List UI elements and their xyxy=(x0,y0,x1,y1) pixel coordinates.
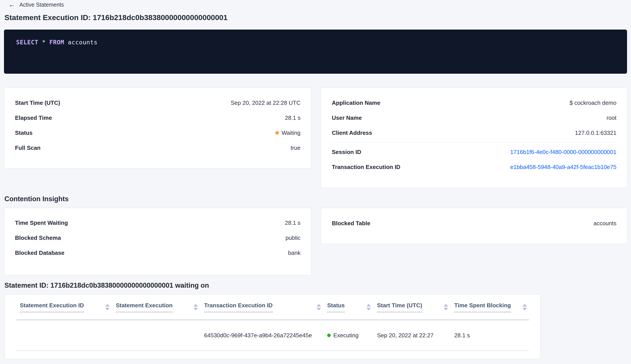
header-label: Transaction Execution ID xyxy=(204,302,273,312)
application-name-label: Application Name xyxy=(332,100,380,106)
contention-insights-heading: Contention Insights xyxy=(4,195,68,203)
row-blocked-schema: Blocked Schema public xyxy=(15,230,300,245)
full-scan-value: true xyxy=(290,144,300,151)
header-label: Start Time (UTC) xyxy=(377,302,422,312)
blocked-database-value: bank xyxy=(288,250,300,256)
sql-keyword-select: SELECT xyxy=(16,39,38,46)
status-text: Executing xyxy=(333,332,358,339)
cell-time-spent-blocking: 28.1 s xyxy=(450,320,529,351)
status-dot-waiting xyxy=(275,131,279,134)
user-name-value: root xyxy=(606,114,616,121)
elapsed-time-value: 28.1 s xyxy=(285,114,300,121)
status-value: Waiting xyxy=(275,130,300,136)
session-id-link[interactable]: 1716b1f6-4e0c-f480-0000-000000000001 xyxy=(510,149,616,156)
sort-icon[interactable] xyxy=(316,304,321,310)
status-label: Status xyxy=(15,130,32,136)
sql-statement-box: SELECT * FROM accounts xyxy=(4,30,627,74)
statement-execution-details-page: ← Active Statements Statement Execution … xyxy=(0,0,631,364)
blocked-schema-label: Blocked Schema xyxy=(15,234,61,241)
row-session-id: Session ID 1716b1f6-4e0c-f480-0000-00000… xyxy=(332,144,616,160)
transaction-execution-id-link[interactable]: e1bba458-5948-40a9-a42f-5feac1b10e75 xyxy=(510,164,616,170)
table-header-statement-execution[interactable]: Statement Execution xyxy=(112,295,200,320)
sort-icon[interactable] xyxy=(105,304,110,310)
cell-statement-execution xyxy=(112,320,200,351)
table-header-row: Statement Execution ID Statement Executi… xyxy=(16,295,529,320)
row-elapsed-time: Elapsed Time 28.1 s xyxy=(15,110,300,125)
blocked-database-label: Blocked Database xyxy=(15,250,64,256)
table-header-time-spent-blocking[interactable]: Time Spent Blocking xyxy=(450,295,529,320)
contention-right-card: Blocked Table accounts xyxy=(321,208,627,244)
time-spent-waiting-label: Time Spent Waiting xyxy=(15,220,68,226)
row-status: Status Waiting xyxy=(15,125,300,140)
waiting-on-table: Statement Execution ID Statement Executi… xyxy=(16,295,529,351)
back-link-active-statements[interactable]: ← Active Statements xyxy=(8,1,64,8)
transaction-execution-id-label: Transaction Execution ID xyxy=(332,164,400,170)
cell-statement-execution-id xyxy=(16,320,112,351)
sort-icon[interactable] xyxy=(194,304,198,310)
card-divider xyxy=(332,142,616,142)
row-blocked-table: Blocked Table accounts xyxy=(332,216,616,231)
row-client-address: Client Address 127.0.0.1:63321 xyxy=(332,125,616,140)
elapsed-time-label: Elapsed Time xyxy=(15,114,52,121)
cell-status: Executing xyxy=(323,320,373,351)
table-header-statement-execution-id[interactable]: Statement Execution ID xyxy=(16,295,112,320)
blocked-table-label: Blocked Table xyxy=(332,220,370,227)
sql-star: * xyxy=(38,39,50,46)
table-row: 64530d0c-969f-437e-a9b4-26a72245e45e Exe… xyxy=(16,320,529,351)
waiting-on-table-card: Statement Execution ID Statement Executi… xyxy=(5,295,540,359)
row-blocked-database: Blocked Database bank xyxy=(15,245,300,260)
header-label: Status xyxy=(327,302,344,312)
start-time-value: Sep 20, 2022 at 22:28 UTC xyxy=(230,100,300,106)
row-start-time: Start Time (UTC) Sep 20, 2022 at 22:28 U… xyxy=(15,95,300,110)
table-header-transaction-execution-id[interactable]: Transaction Execution ID xyxy=(200,295,323,320)
header-label: Statement Execution ID xyxy=(20,302,84,312)
header-label: Statement Execution xyxy=(116,302,172,312)
status-dot-executing xyxy=(327,334,331,337)
row-user-name: User Name root xyxy=(332,110,616,125)
page-title: Statement Execution ID: 1716b218dc0b3838… xyxy=(4,13,228,22)
table-header-start-time[interactable]: Start Time (UTC) xyxy=(373,295,450,320)
session-id-label: Session ID xyxy=(332,149,361,156)
full-scan-label: Full Scan xyxy=(15,144,40,151)
sort-icon[interactable] xyxy=(522,304,527,310)
contention-left-card: Time Spent Waiting 28.1 s Blocked Schema… xyxy=(4,208,311,275)
waiting-on-heading: Statement ID: 1716b218dc0b38380000000000… xyxy=(4,282,209,290)
client-address-value: 127.0.0.1:63321 xyxy=(575,130,616,136)
cell-start-time: Sep 20, 2022 at 22:27 xyxy=(373,320,450,351)
blocked-table-value: accounts xyxy=(594,220,616,227)
session-details-card: Application Name $ cockroach demo User N… xyxy=(321,88,627,188)
header-label: Time Spent Blocking xyxy=(454,302,511,312)
row-full-scan: Full Scan true xyxy=(15,140,300,155)
user-name-label: User Name xyxy=(332,114,362,121)
table-header-status[interactable]: Status xyxy=(323,295,373,320)
client-address-label: Client Address xyxy=(332,130,372,136)
arrow-left-icon: ← xyxy=(8,1,15,8)
start-time-label: Start Time (UTC) xyxy=(15,100,60,106)
execution-details-card: Start Time (UTC) Sep 20, 2022 at 22:28 U… xyxy=(4,88,311,168)
application-name-value: $ cockroach demo xyxy=(570,100,616,106)
status-text: Waiting xyxy=(282,130,300,136)
sort-icon[interactable] xyxy=(366,304,371,310)
row-transaction-execution-id: Transaction Execution ID e1bba458-5948-4… xyxy=(332,160,616,174)
row-time-spent-waiting: Time Spent Waiting 28.1 s xyxy=(15,215,300,230)
cell-transaction-execution-id: 64530d0c-969f-437e-a9b4-26a72245e45e xyxy=(200,320,323,351)
sql-table-name: accounts xyxy=(64,39,98,46)
blocked-schema-value: public xyxy=(286,234,300,241)
breadcrumb-label: Active Statements xyxy=(20,2,64,8)
sql-keyword-from: FROM xyxy=(50,39,64,46)
time-spent-waiting-value: 28.1 s xyxy=(285,220,300,226)
row-application-name: Application Name $ cockroach demo xyxy=(332,95,616,110)
sort-icon[interactable] xyxy=(444,304,448,310)
